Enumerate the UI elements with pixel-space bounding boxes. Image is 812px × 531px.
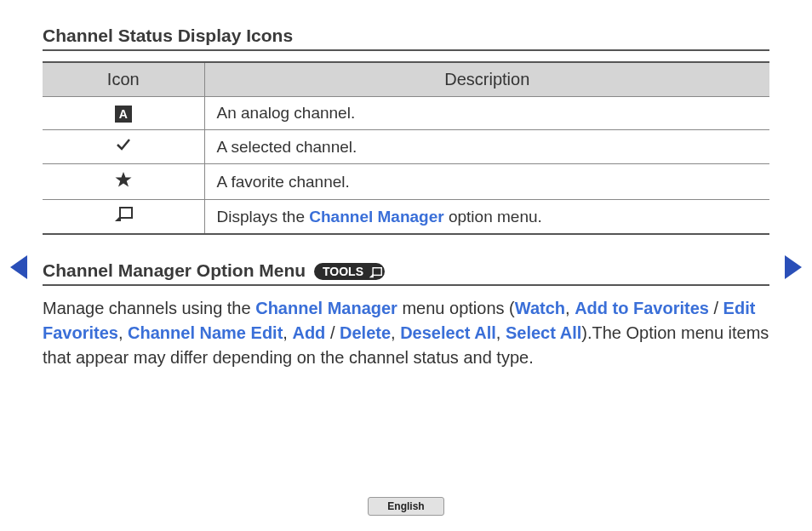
table-row: A favorite channel. — [43, 164, 769, 200]
text: , — [496, 323, 506, 342]
cell-text: An analog channel. — [217, 104, 356, 122]
ref-add: Add — [292, 323, 325, 342]
language-badge: English — [368, 497, 443, 516]
svg-marker-0 — [115, 172, 131, 187]
cell-ref: Channel Manager — [309, 208, 443, 226]
section-title-option-menu: Channel Manager Option Menu TOOLS — [43, 260, 769, 286]
text: , — [118, 323, 128, 342]
table-row: A An analog channel. — [43, 97, 769, 130]
analog-icon: A — [115, 106, 132, 123]
cell-text: A selected channel. — [217, 138, 357, 156]
tools-badge-label: TOOLS — [323, 265, 363, 278]
text: Manage channels using the — [43, 299, 255, 317]
cell-text: option menu. — [444, 208, 542, 226]
pagination-right-arrow[interactable] — [785, 255, 802, 279]
pagination-left-arrow[interactable] — [10, 255, 27, 279]
section-title-text: Channel Manager Option Menu — [43, 260, 306, 280]
footer: English — [0, 497, 812, 516]
text: / — [709, 299, 723, 317]
table-row: A selected channel. — [43, 130, 769, 164]
col-header-description: Description — [204, 62, 769, 97]
body-paragraph: Manage channels using the Channel Manage… — [43, 296, 769, 370]
ref-select-all: Select All — [506, 323, 581, 342]
text: menu options ( — [397, 299, 515, 317]
ref-delete: Delete — [340, 323, 391, 342]
col-header-icon: Icon — [43, 62, 204, 97]
svg-rect-1 — [120, 208, 132, 218]
section-title-icons: Channel Status Display Icons — [43, 26, 769, 51]
text: , — [283, 323, 292, 342]
ref-deselect-all: Deselect All — [400, 323, 496, 342]
star-icon — [114, 174, 133, 191]
svg-rect-3 — [373, 268, 381, 276]
ref-watch: Watch — [515, 299, 565, 317]
text: , — [391, 323, 400, 342]
svg-marker-4 — [369, 273, 374, 277]
menu-arrow-icon — [114, 208, 133, 226]
ref-add-to-favorites: Add to Favorites — [575, 299, 709, 317]
svg-marker-2 — [115, 215, 121, 221]
check-icon — [115, 138, 132, 156]
cell-text: Displays the — [217, 208, 310, 226]
menu-arrow-icon — [369, 267, 382, 278]
tools-badge: TOOLS — [314, 263, 385, 280]
ref-channel-manager: Channel Manager — [255, 299, 397, 317]
icons-table: Icon Description A An analog channel. A … — [43, 61, 769, 235]
text: , — [565, 299, 575, 317]
text: / — [325, 323, 340, 342]
ref-channel-name-edit: Channel Name Edit — [128, 323, 283, 342]
cell-text: A favorite channel. — [217, 173, 350, 191]
table-row: Displays the Channel Manager option menu… — [43, 200, 769, 235]
